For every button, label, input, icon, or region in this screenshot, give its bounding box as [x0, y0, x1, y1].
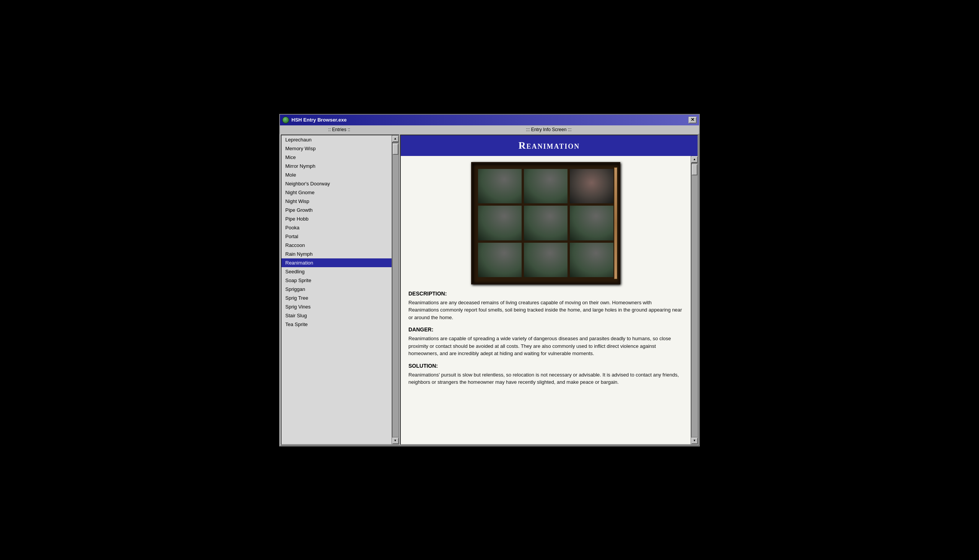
- right-scroll-track[interactable]: [691, 163, 697, 437]
- entry-header: Reanimation: [401, 135, 697, 156]
- right-scroll-thumb[interactable]: [691, 164, 697, 175]
- entry-image: [471, 162, 620, 284]
- list-item[interactable]: Mice: [282, 153, 392, 162]
- list-item[interactable]: Neighbor's Doorway: [282, 179, 392, 188]
- window-pane-8: [524, 243, 567, 278]
- scroll-down-button[interactable]: ▼: [392, 437, 399, 444]
- window-pane-7: [478, 243, 522, 278]
- solution-label: SOLUTION:: [409, 363, 683, 369]
- title-bar: HSH Entry Browser.exe ✕: [280, 115, 699, 125]
- scroll-up-button[interactable]: ▲: [392, 135, 399, 142]
- entry-body: DESCRIPTION: Reanimations are any deceas…: [401, 156, 690, 444]
- danger-text: Reanimations are capable of spreading a …: [409, 335, 683, 357]
- entry-title: Reanimation: [519, 140, 580, 151]
- list-item[interactable]: Portal: [282, 232, 392, 241]
- right-scroll-down-button[interactable]: ▼: [691, 437, 697, 444]
- right-panel-inner: DESCRIPTION: Reanimations are any deceas…: [401, 156, 697, 444]
- list-item[interactable]: Leprechaun: [282, 135, 392, 144]
- window-pane-5: [524, 206, 567, 240]
- entries-header: :: Entries ::: [280, 127, 399, 132]
- window-title: HSH Entry Browser.exe: [292, 117, 347, 123]
- entries-list: LeprechaunMemory WispMiceMirror NymphMol…: [282, 135, 392, 444]
- list-item[interactable]: Pipe Hobb: [282, 215, 392, 223]
- solution-text: Reanimations' pursuit is slow but relent…: [409, 371, 683, 386]
- scroll-track[interactable]: [392, 142, 399, 437]
- list-item[interactable]: Spriggan: [282, 285, 392, 293]
- list-scrollbar[interactable]: ▲ ▼: [392, 135, 399, 444]
- list-item[interactable]: Sprig Vines: [282, 302, 392, 311]
- app-window: HSH Entry Browser.exe ✕ :: Entries :: ::…: [279, 114, 700, 447]
- right-scrollbar[interactable]: ▲ ▼: [690, 156, 697, 444]
- list-item[interactable]: Pipe Growth: [282, 206, 392, 215]
- list-container: LeprechaunMemory WispMiceMirror NymphMol…: [281, 135, 399, 445]
- list-with-scrollbar: LeprechaunMemory WispMiceMirror NymphMol…: [282, 135, 399, 444]
- list-item[interactable]: Mirror Nymph: [282, 162, 392, 170]
- main-content: LeprechaunMemory WispMiceMirror NymphMol…: [280, 134, 699, 446]
- description-text: Reanimations are any deceased remains of…: [409, 299, 683, 322]
- list-item[interactable]: Seedling: [282, 267, 392, 276]
- section-headers: :: Entries :: ::: Entry Info Screen :::: [280, 125, 699, 134]
- info-header: ::: Entry Info Screen :::: [399, 127, 699, 132]
- app-icon: [282, 117, 289, 123]
- list-item[interactable]: Raccoon: [282, 241, 392, 250]
- list-item[interactable]: Pooka: [282, 223, 392, 232]
- close-button[interactable]: ✕: [688, 117, 697, 123]
- window-pane-6: [570, 206, 614, 240]
- list-item[interactable]: Night Gnome: [282, 188, 392, 197]
- left-panel: LeprechaunMemory WispMiceMirror NymphMol…: [281, 135, 399, 445]
- window-pane-1: [478, 169, 522, 204]
- list-item[interactable]: Mole: [282, 170, 392, 179]
- list-item[interactable]: Stair Slug: [282, 311, 392, 320]
- scroll-thumb[interactable]: [392, 143, 399, 155]
- right-scroll-up-button[interactable]: ▲: [691, 156, 697, 163]
- entry-image-container: [409, 162, 683, 284]
- list-item[interactable]: Soap Sprite: [282, 276, 392, 285]
- list-item[interactable]: Night Wisp: [282, 197, 392, 206]
- list-item[interactable]: Tea Sprite: [282, 320, 392, 329]
- list-item[interactable]: Memory Wisp: [282, 144, 392, 153]
- list-item[interactable]: Reanimation: [282, 258, 392, 267]
- description-label: DESCRIPTION:: [409, 290, 683, 297]
- window-right-side: [614, 167, 617, 279]
- window-pane-4: [478, 206, 522, 240]
- window-pane-2: [524, 169, 567, 204]
- list-item[interactable]: Rain Nymph: [282, 250, 392, 258]
- window-pane-3: [570, 169, 614, 204]
- list-item[interactable]: Sprig Tree: [282, 293, 392, 302]
- right-panel: Reanimation: [400, 135, 698, 445]
- danger-label: DANGER:: [409, 327, 683, 333]
- title-bar-left: HSH Entry Browser.exe: [282, 117, 347, 123]
- window-pane-9: [570, 243, 614, 278]
